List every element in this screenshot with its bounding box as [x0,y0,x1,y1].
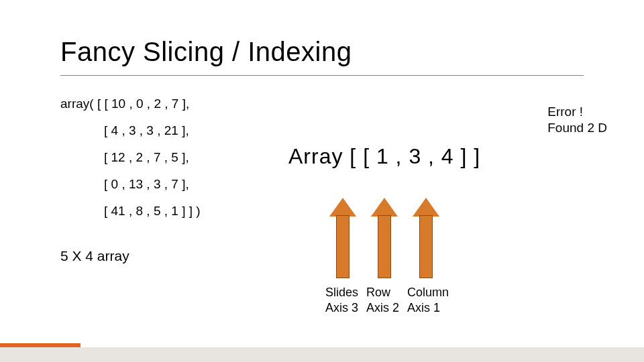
title-underline [60,75,584,76]
label-row-bottom: Axis 2 [366,300,399,316]
label-column-bottom: Axis 1 [407,300,449,316]
label-slides-top: Slides [325,285,358,300]
array-line-0: array( [ [ 10 , 0 , 2 , 7 ], [60,97,201,124]
label-column-top: Column [407,285,449,300]
label-row: Row Axis 2 [366,285,399,315]
up-arrow-icon [374,198,395,278]
slide-title: Fancy Slicing / Indexing [60,37,352,67]
label-slides-bottom: Axis 3 [325,300,358,316]
up-arrow-icon [332,198,354,278]
array-line-4: [ 41 , 8 , 5 , 1 ] ] ) [60,204,201,231]
slide: Fancy Slicing / Indexing array( [ [ 10 ,… [0,0,644,362]
label-column: Column Axis 1 [407,285,449,315]
axis-labels: Slides Axis 3 Row Axis 2 Column Axis 1 [325,285,449,315]
error-message: Error ! Found 2 D [547,104,607,136]
up-arrow-icon [415,198,437,278]
array-literal-block: array( [ [ 10 , 0 , 2 , 7 ], [ 4 , 3 , 3… [60,97,201,231]
arrows-group [332,198,437,278]
label-row-top: Row [366,285,399,300]
array-line-3: [ 0 , 13 , 3 , 7 ], [60,178,201,204]
array-line-2: [ 12 , 2 , 7 , 5 ], [60,151,201,178]
error-line-2: Found 2 D [547,120,607,136]
array-line-1: [ 4 , 3 , 3 , 21 ], [60,124,201,151]
error-line-1: Error ! [547,104,607,120]
array-expression: Array [ [ 1 , 3 , 4 ] ] [288,144,480,169]
footer-bar [0,347,644,362]
label-slides: Slides Axis 3 [325,285,358,315]
dimensions-label: 5 X 4 array [60,248,129,264]
